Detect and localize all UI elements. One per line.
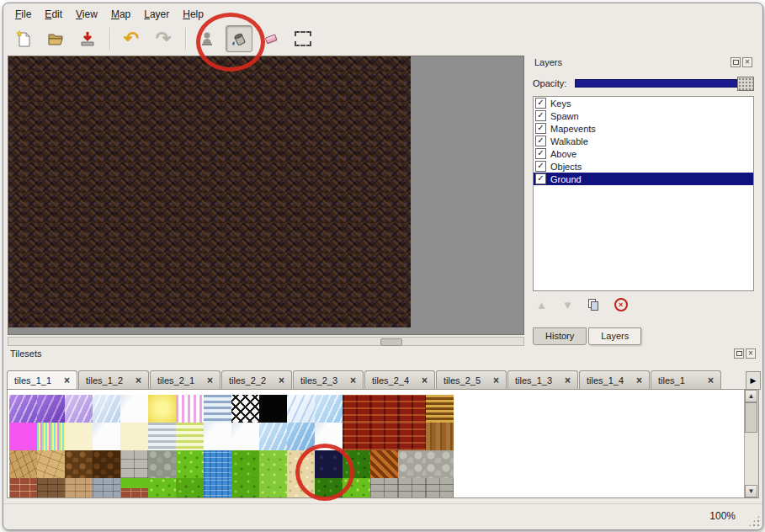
- move-layer-down-button[interactable]: ▼: [562, 299, 573, 311]
- scrollbar-thumb[interactable]: [745, 402, 757, 433]
- tile-cobbles[interactable]: [426, 450, 454, 478]
- fill-tool-button[interactable]: [226, 25, 252, 52]
- tile-red[interactable]: [370, 423, 398, 450]
- tileset-tab-tiles_1[interactable]: tiles_1×: [651, 370, 721, 389]
- close-tab-icon[interactable]: ×: [207, 375, 213, 386]
- float-tilesets-icon[interactable]: [734, 348, 744, 359]
- scrollbar-thumb[interactable]: [380, 338, 402, 346]
- stamp-tool-button[interactable]: [194, 25, 220, 52]
- close-tab-icon[interactable]: ×: [636, 375, 642, 386]
- resize-grip[interactable]: [748, 515, 760, 527]
- menu-item-file[interactable]: File: [8, 6, 38, 23]
- close-tab-icon[interactable]: ×: [422, 375, 428, 386]
- layer-visibility-checkbox[interactable]: ✓: [535, 110, 546, 121]
- undo-button[interactable]: ↶: [118, 25, 145, 52]
- tile-cobbledark[interactable]: [93, 450, 120, 478]
- tile-brickt[interactable]: [65, 478, 93, 498]
- close-tab-icon[interactable]: ×: [135, 375, 141, 386]
- tileset-tab-tiles_2_5[interactable]: tiles_2_5×: [436, 370, 507, 389]
- layer-visibility-checkbox[interactable]: ✓: [535, 98, 546, 109]
- tileset-tab-tiles_2_4[interactable]: tiles_2_4×: [364, 370, 435, 389]
- tile-wtex[interactable]: [204, 450, 231, 478]
- select-tool-button[interactable]: [290, 25, 316, 52]
- layer-row-objects[interactable]: ✓Objects: [534, 160, 753, 173]
- tileset-scrollbar[interactable]: ▲ ▼: [744, 390, 758, 497]
- tile-grassbrick[interactable]: [120, 478, 148, 498]
- tile-magenta[interactable]: [9, 423, 37, 450]
- layer-visibility-checkbox[interactable]: ✓: [535, 148, 546, 159]
- tile-sand[interactable]: [287, 450, 315, 478]
- tile-black[interactable]: [259, 395, 287, 423]
- tile-lattice[interactable]: [231, 395, 259, 423]
- opacity-slider[interactable]: [575, 79, 754, 88]
- move-layer-up-button[interactable]: ▲: [536, 299, 547, 311]
- tile-wpurple2[interactable]: [37, 395, 65, 423]
- layer-row-walkable[interactable]: ✓Walkable: [534, 135, 753, 147]
- tileset-tab-tiles_2_1[interactable]: tiles_2_1×: [150, 370, 220, 389]
- map-canvas[interactable]: [8, 56, 411, 327]
- tile-stone1[interactable]: [9, 450, 37, 478]
- close-tilesets-icon[interactable]: ×: [746, 348, 756, 359]
- tile-wtex[interactable]: [204, 478, 231, 498]
- tile-white[interactable]: [204, 423, 231, 450]
- tile-navy[interactable]: [315, 450, 343, 478]
- tile-red[interactable]: [398, 395, 426, 423]
- tile-slab[interactable]: [120, 450, 148, 478]
- tileset-tab-tiles_1_3[interactable]: tiles_1_3×: [507, 370, 578, 389]
- tile-graystripes[interactable]: [148, 423, 176, 450]
- opacity-slider-handle[interactable]: [737, 77, 754, 91]
- layer-row-mapevents[interactable]: ✓Mapevents: [534, 122, 753, 135]
- tile-grass1[interactable]: [343, 478, 370, 498]
- save-button[interactable]: [74, 25, 101, 52]
- tile-cobblegray[interactable]: [148, 450, 176, 478]
- tile-grass1[interactable]: [176, 450, 204, 478]
- tile-white[interactable]: [231, 423, 259, 450]
- tile-white[interactable]: [120, 395, 148, 423]
- tile-red[interactable]: [370, 395, 398, 423]
- tile-brickr[interactable]: [9, 478, 37, 498]
- tile-grass3[interactable]: [259, 450, 287, 478]
- new-map-button[interactable]: [10, 25, 37, 52]
- dock-tab-history[interactable]: History: [533, 327, 587, 345]
- tile-stonebrick[interactable]: [370, 478, 398, 498]
- tile-stone2[interactable]: [37, 450, 65, 478]
- tileset-tab-tiles_1_4[interactable]: tiles_1_4×: [579, 370, 650, 389]
- tile-wpurple[interactable]: [9, 395, 37, 423]
- tile-cream[interactable]: [65, 423, 93, 450]
- tileset-tab-tiles_1_1[interactable]: tiles_1_1×: [7, 370, 77, 389]
- tile-grass3[interactable]: [259, 478, 287, 498]
- layer-visibility-checkbox[interactable]: ✓: [535, 161, 546, 172]
- tile-white[interactable]: [93, 423, 120, 450]
- close-tab-icon[interactable]: ×: [279, 375, 284, 386]
- layer-row-ground[interactable]: ✓Ground: [534, 173, 753, 185]
- close-tab-icon[interactable]: ×: [64, 375, 70, 386]
- menu-item-layer[interactable]: Layer: [137, 6, 176, 23]
- tile-wwhite[interactable]: [287, 395, 315, 423]
- redo-button[interactable]: ↷: [150, 25, 177, 52]
- tile-grass2[interactable]: [231, 478, 259, 498]
- scroll-tabs-right-button[interactable]: ▶: [746, 371, 761, 390]
- tile-ygstripes[interactable]: [176, 423, 204, 450]
- tile-wblue1[interactable]: [315, 395, 343, 423]
- tile-grassdark[interactable]: [343, 450, 370, 478]
- tile-rainbow[interactable]: [37, 423, 65, 450]
- tile-rust[interactable]: [370, 450, 398, 478]
- close-tab-icon[interactable]: ×: [350, 375, 356, 386]
- tile-wviolet[interactable]: [65, 395, 93, 423]
- map-horizontal-scrollbar[interactable]: [8, 337, 524, 346]
- tile-grass2[interactable]: [176, 478, 204, 498]
- tile-cream[interactable]: [120, 423, 148, 450]
- open-button[interactable]: [42, 25, 69, 52]
- close-panel-icon[interactable]: ×: [742, 57, 752, 67]
- tile-bluestripes[interactable]: [204, 395, 231, 423]
- tile-brickb[interactable]: [37, 478, 65, 498]
- menu-item-edit[interactable]: Edit: [38, 6, 69, 23]
- tile-yellow[interactable]: [148, 395, 176, 423]
- tile-wpale[interactable]: [93, 395, 120, 423]
- layer-visibility-checkbox[interactable]: ✓: [535, 123, 546, 134]
- tile-pinkstripes[interactable]: [176, 395, 204, 423]
- tile-stonebrick[interactable]: [398, 478, 426, 498]
- tile-gold[interactable]: [426, 395, 454, 423]
- menu-item-view[interactable]: View: [69, 6, 104, 23]
- float-panel-icon[interactable]: [730, 57, 741, 67]
